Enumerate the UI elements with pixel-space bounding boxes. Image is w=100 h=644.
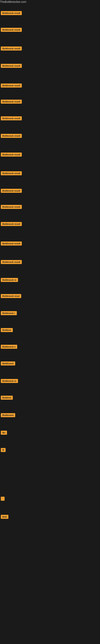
bottleneck-badge[interactable]: Bottleneck result — [1, 100, 22, 104]
bottleneck-badge[interactable]: Bottleneck result — [1, 171, 22, 175]
bottleneck-item[interactable]: Bottleneck result — [1, 205, 22, 210]
bottleneck-badge[interactable]: Bott — [1, 515, 8, 519]
bottleneck-item[interactable]: Bottleneck result — [1, 64, 22, 69]
bottleneck-badge[interactable]: Bottlene — [1, 396, 13, 400]
bottleneck-badge[interactable]: Bottleneck resul — [1, 294, 21, 298]
bottleneck-item[interactable]: Bottleneck result — [1, 171, 22, 176]
bottleneck-badge[interactable]: Bottleneck n — [1, 345, 17, 349]
bottleneck-item[interactable]: Bottleneck — [1, 413, 15, 418]
bottleneck-badge[interactable]: Bottleneck result — [1, 11, 22, 15]
bottleneck-item[interactable]: Bottleneck result — [1, 242, 22, 246]
bottleneck-badge[interactable]: · — [1, 497, 4, 501]
bottleneck-item[interactable]: Bottleneck — [1, 362, 15, 366]
bottleneck-item[interactable]: Bottleneck re — [1, 278, 18, 283]
bottleneck-item[interactable]: Bottleneck result — [1, 189, 22, 194]
bottleneck-item[interactable]: Bottleneck result — [1, 84, 22, 88]
bottleneck-badge[interactable]: Bottleneck result — [1, 28, 22, 32]
bottleneck-badge[interactable]: Bottleneck — [1, 362, 15, 366]
bottleneck-item[interactable]: Bottleneck result — [1, 152, 22, 158]
bottleneck-badge[interactable]: Bottleneck result — [1, 260, 22, 264]
bottleneck-item[interactable]: Bottleneck result — [1, 100, 22, 104]
bottleneck-item[interactable]: Bottleneck result — [1, 134, 22, 139]
bottleneck-badge[interactable]: Bottleneck result — [1, 242, 22, 246]
bottleneck-item[interactable]: · — [1, 497, 4, 502]
bottleneck-badge[interactable]: Bo — [1, 431, 7, 435]
bottleneck-badge[interactable]: Bottlene — [1, 328, 13, 332]
bottleneck-badge[interactable]: Bottleneck result — [1, 205, 22, 209]
bottleneck-badge[interactable]: Bottleneck — [1, 413, 15, 417]
site-header: TheBottlenecker.com — [0, 0, 100, 4]
bottleneck-items-container: Bottleneck resultBottleneck resultBottle… — [0, 4, 100, 638]
bottleneck-badge[interactable]: Bottleneck result — [1, 116, 22, 120]
bottleneck-badge[interactable]: Bottleneck result — [1, 152, 22, 156]
bottleneck-item[interactable]: Bottleneck result — [1, 260, 22, 265]
bottleneck-item[interactable]: Bottleneck result — [1, 28, 22, 32]
bottleneck-item[interactable]: Bottleneck r — [1, 311, 17, 316]
bottleneck-badge[interactable]: Bottleneck result — [1, 222, 22, 226]
bottleneck-badge[interactable]: Bottleneck result — [1, 189, 22, 193]
bottleneck-item[interactable]: Bottleneck result — [1, 46, 22, 51]
bottleneck-item[interactable]: B — [1, 448, 6, 453]
bottleneck-item[interactable]: Bottlene — [1, 328, 13, 333]
bottleneck-item[interactable]: Bottleneck n — [1, 345, 17, 350]
bottleneck-item[interactable]: Bottleneck result — [1, 116, 22, 121]
bottleneck-badge[interactable]: Bottleneck re — [1, 379, 18, 383]
bottleneck-item[interactable]: Bottleneck re — [1, 379, 18, 384]
bottleneck-item[interactable]: Bott — [1, 515, 8, 520]
bottleneck-badge[interactable]: Bottleneck result — [1, 46, 22, 50]
bottleneck-badge[interactable]: Bottleneck result — [1, 64, 22, 68]
bottleneck-badge[interactable]: Bottleneck r — [1, 311, 17, 315]
bottleneck-badge[interactable]: B — [1, 448, 6, 452]
bottleneck-item[interactable]: Bottleneck result — [1, 222, 22, 227]
bottleneck-item[interactable]: Bottleneck resul — [1, 294, 21, 299]
bottleneck-item[interactable]: Bo — [1, 431, 7, 436]
bottleneck-badge[interactable]: Bottleneck result — [1, 134, 22, 138]
bottleneck-badge[interactable]: Bottleneck result — [1, 84, 22, 88]
bottleneck-badge[interactable]: Bottleneck re — [1, 278, 18, 282]
bottleneck-item[interactable]: Bottleneck result — [1, 11, 22, 16]
bottleneck-item[interactable]: Bottlene — [1, 396, 13, 400]
